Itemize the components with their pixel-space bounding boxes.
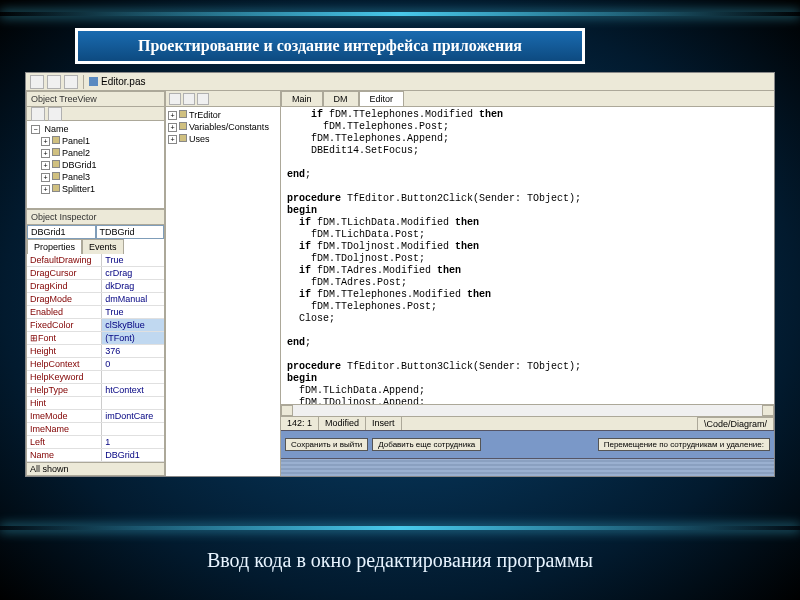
property-row[interactable]: ⊞Font(TFont) [27, 332, 164, 345]
editor-statusbar: 142: 1 Modified Insert \Code/Diagram/ [281, 416, 774, 430]
unit-tab-editor[interactable]: Editor [359, 91, 405, 106]
structure-tool-button[interactable] [183, 93, 195, 105]
expand-icon[interactable]: + [41, 161, 50, 170]
property-row[interactable]: DragModedmManual [27, 293, 164, 306]
property-value[interactable]: DBGrid1 [102, 449, 164, 461]
property-row[interactable]: FixedColorclSkyBlue [27, 319, 164, 332]
tree-tool-button[interactable] [48, 107, 62, 121]
tree-node[interactable]: +Splitter1 [29, 183, 162, 195]
component-icon [52, 136, 60, 144]
toolbar-separator [83, 75, 84, 89]
expand-icon[interactable]: + [41, 185, 50, 194]
scroll-right-button[interactable] [762, 405, 774, 416]
tree-node[interactable]: +DBGrid1 [29, 159, 162, 171]
property-row[interactable]: Hint [27, 397, 164, 410]
property-row[interactable]: ImeModeimDontCare [27, 410, 164, 423]
property-value[interactable]: 376 [102, 345, 164, 357]
structure-tool-button[interactable] [169, 93, 181, 105]
structure-tool-button[interactable] [197, 93, 209, 105]
property-value[interactable]: htContext [102, 384, 164, 396]
property-row[interactable]: Left1 [27, 436, 164, 449]
left-dock: Object TreeView − Name +Panel1+Panel2+DB… [26, 91, 166, 476]
inspector-component-name[interactable]: DBGrid1 [27, 225, 96, 239]
tab-properties[interactable]: Properties [27, 239, 82, 254]
property-name: ⊞Font [27, 332, 102, 344]
expand-icon[interactable]: + [41, 149, 50, 158]
expand-icon[interactable]: + [41, 173, 50, 182]
structure-node[interactable]: +Uses [168, 133, 278, 145]
structure-node[interactable]: +Variables/Constants [168, 121, 278, 133]
property-value[interactable]: imDontCare [102, 410, 164, 422]
decorative-glow-top [0, 12, 800, 16]
horizontal-scrollbar[interactable] [281, 404, 774, 416]
property-name: HelpContext [27, 358, 102, 370]
folder-icon [179, 134, 187, 142]
unit-tab-main[interactable]: Main [281, 91, 323, 106]
form-button-navigate[interactable]: Перемещение по сотрудникам и удаление: [598, 438, 770, 451]
property-row[interactable]: DefaultDrawingTrue [27, 254, 164, 267]
property-value[interactable] [102, 371, 164, 383]
form-button-add-employee[interactable]: Добавить еще сотрудника [372, 438, 481, 451]
tree-node[interactable]: +Panel3 [29, 171, 162, 183]
scroll-track[interactable] [293, 405, 762, 416]
component-icon [52, 148, 60, 156]
tab-events[interactable]: Events [82, 239, 124, 254]
ide-toolbar: Editor.pas [26, 73, 774, 91]
property-row[interactable]: ImeName [27, 423, 164, 436]
property-row[interactable]: HelpContext0 [27, 358, 164, 371]
structure-tree[interactable]: +TrEditor+Variables/Constants+Uses [166, 107, 280, 147]
property-row[interactable]: NameDBGrid1 [27, 449, 164, 462]
expand-icon[interactable]: − [31, 125, 40, 134]
object-tree[interactable]: − Name +Panel1+Panel2+DBGrid1+Panel3+Spl… [27, 121, 164, 208]
form-button-save-exit[interactable]: Сохранить и выйти [285, 438, 368, 451]
property-row[interactable]: EnabledTrue [27, 306, 164, 319]
property-grid[interactable]: DefaultDrawingTrueDragCursorcrDragDragKi… [27, 254, 164, 462]
property-value[interactable]: 0 [102, 358, 164, 370]
inspector-tabs: Properties Events [27, 239, 164, 254]
property-row[interactable]: DragKinddkDrag [27, 280, 164, 293]
property-name: Hint [27, 397, 102, 409]
property-value[interactable]: dmManual [102, 293, 164, 305]
form-designer-grid[interactable] [281, 458, 774, 476]
view-tabs[interactable]: \Code/Diagram/ [698, 417, 774, 430]
tree-node[interactable]: +Panel2 [29, 147, 162, 159]
property-row[interactable]: Height376 [27, 345, 164, 358]
property-value[interactable] [102, 397, 164, 409]
unit-tabs: Main DM Editor [281, 91, 774, 107]
expand-icon[interactable]: + [41, 137, 50, 146]
property-value[interactable]: clSkyBlue [102, 319, 164, 331]
toolbar-button[interactable] [30, 75, 44, 89]
unit-tab-dm[interactable]: DM [323, 91, 359, 106]
property-value[interactable] [102, 423, 164, 435]
expand-icon[interactable]: + [168, 123, 177, 132]
structure-node[interactable]: +TrEditor [168, 109, 278, 121]
toolbar-button[interactable] [47, 75, 61, 89]
property-value[interactable]: dkDrag [102, 280, 164, 292]
property-value[interactable]: True [102, 254, 164, 266]
structure-panel: +TrEditor+Variables/Constants+Uses [166, 91, 281, 476]
property-value[interactable]: crDrag [102, 267, 164, 279]
code-editor-panel: Main DM Editor if fDM.TTelephones.Modifi… [281, 91, 774, 476]
scroll-left-button[interactable] [281, 405, 293, 416]
property-value[interactable]: True [102, 306, 164, 318]
object-inspector-title: Object Inspector [27, 210, 164, 225]
inspector-combo[interactable]: DBGrid1 TDBGrid [27, 225, 164, 239]
tree-node[interactable]: +Panel1 [29, 135, 162, 147]
property-value[interactable]: 1 [102, 436, 164, 448]
expand-icon[interactable]: + [168, 111, 177, 120]
code-editor[interactable]: if fDM.TTelephones.Modified then fDM.TTe… [281, 107, 774, 404]
property-row[interactable]: HelpKeyword [27, 371, 164, 384]
editor-filename: Editor.pas [101, 76, 145, 87]
tree-root[interactable]: − Name [29, 123, 162, 135]
property-name: Enabled [27, 306, 102, 318]
component-icon [52, 172, 60, 180]
slide-caption: Ввод кода в окно редактирования программ… [0, 549, 800, 572]
toolbar-button[interactable] [64, 75, 78, 89]
property-value[interactable]: (TFont) [102, 332, 164, 344]
expand-icon[interactable]: + [168, 135, 177, 144]
property-row[interactable]: DragCursorcrDrag [27, 267, 164, 280]
object-treeview-title: Object TreeView [27, 92, 164, 107]
tree-tool-button[interactable] [31, 107, 45, 121]
property-row[interactable]: HelpTypehtContext [27, 384, 164, 397]
folder-icon [179, 122, 187, 130]
